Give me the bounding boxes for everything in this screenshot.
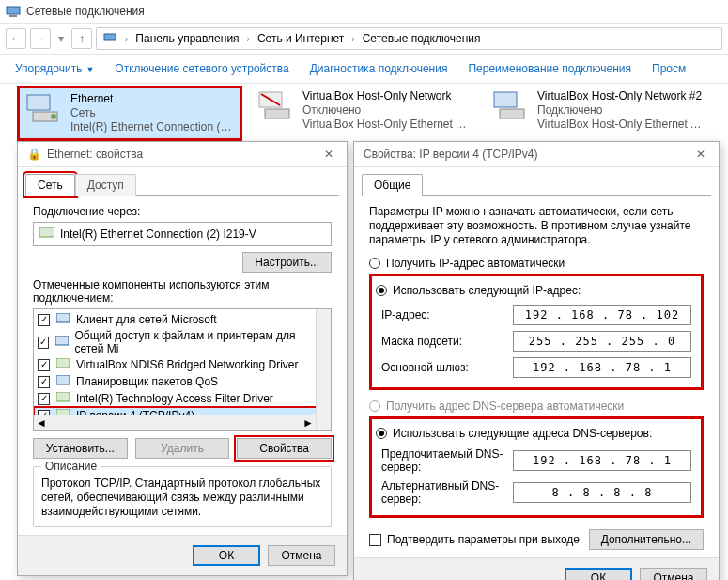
qos-icon: [55, 374, 70, 389]
gateway-label: Основной шлюз:: [381, 361, 513, 374]
validate-on-exit-checkbox[interactable]: Подтвердить параметры при выходе: [369, 533, 580, 546]
checkbox-icon[interactable]: ✓: [38, 314, 50, 326]
description-text: Протокол TCP/IP. Стандартный протокол гл…: [41, 477, 323, 519]
checkbox-icon[interactable]: ✓: [38, 376, 50, 388]
connection-name: VirtualBox Host-Only Network: [302, 89, 472, 103]
ipv4-properties-dialog: Свойства: IP версии 4 (TCP/IPv4) ✕ Общие…: [353, 141, 720, 580]
connection-status: Подключено: [537, 103, 706, 118]
connection-status: Сеть: [70, 106, 234, 120]
vertical-scrollbar[interactable]: [316, 309, 331, 430]
use-dns-radio[interactable]: Использовать следующие адреса DNS-сервер…: [376, 427, 697, 440]
properties-button[interactable]: Свойства: [237, 438, 332, 459]
network-icon: [6, 4, 21, 19]
window-title: Сетевые подключения: [26, 5, 145, 18]
description-group-title: Описание: [41, 460, 101, 473]
share-icon: [54, 335, 69, 350]
svg-rect-9: [494, 92, 517, 107]
svg-rect-12: [56, 313, 70, 322]
component-item[interactable]: ✓ Клиент для сетей Microsoft: [34, 311, 331, 328]
preferred-dns-input[interactable]: 192 . 168 . 78 . 1: [513, 450, 691, 471]
cancel-button[interactable]: Отмена: [268, 545, 335, 566]
close-button[interactable]: ✕: [320, 148, 337, 161]
adapter-field: Intel(R) Ethernet Connection (2) I219-V: [33, 222, 332, 246]
svg-rect-2: [104, 34, 116, 40]
components-list[interactable]: ✓ Клиент для сетей Microsoft ✓ Общий дос…: [33, 308, 332, 431]
install-button[interactable]: Установить...: [33, 438, 128, 459]
manual-ip-section: Использовать следующий IP-адрес: IP-адре…: [369, 274, 704, 390]
rename-cmd[interactable]: Переименование подключения: [468, 62, 631, 75]
ethernet-adapter-icon: [492, 89, 530, 123]
checkbox-icon: [369, 534, 381, 546]
chevron-right-icon: ›: [351, 34, 354, 44]
svg-rect-15: [56, 375, 70, 384]
subnet-mask-input[interactable]: 255 . 255 . 255 . 0: [513, 331, 691, 352]
connect-using-label: Подключение через:: [33, 205, 332, 218]
svg-rect-14: [56, 358, 70, 368]
close-button[interactable]: ✕: [692, 148, 709, 161]
ip-label: IP-адрес:: [381, 308, 513, 321]
checkbox-icon[interactable]: ✓: [38, 337, 49, 349]
ip-address-input[interactable]: 192 . 168 . 78 . 102: [513, 305, 691, 325]
advanced-button[interactable]: Дополнительно...: [589, 529, 704, 550]
dns2-label: Альтернативный DNS-сервер:: [381, 479, 513, 506]
chevron-down-icon: ▼: [85, 65, 94, 74]
up-button[interactable]: ↑: [71, 28, 92, 49]
breadcrumb-item[interactable]: Панель управления: [135, 32, 239, 45]
disable-device-cmd[interactable]: Отключение сетевого устройства: [115, 62, 288, 75]
gateway-input[interactable]: 192 . 168 . 78 . 1: [513, 357, 691, 378]
radio-icon: [369, 258, 380, 269]
connection-item-vbox2[interactable]: VirtualBox Host-Only Network #2 Подключе…: [487, 86, 712, 141]
window-titlebar: Сетевые подключения: [0, 0, 728, 24]
address-bar[interactable]: › Панель управления › Сеть и Интернет › …: [96, 27, 722, 50]
configure-button[interactable]: Настроить...: [242, 252, 332, 273]
cancel-button[interactable]: Отмена: [640, 568, 707, 580]
chevron-right-icon: ›: [125, 34, 128, 44]
component-item[interactable]: ✓ Планировщик пакетов QoS: [34, 373, 331, 390]
dialog-title: Ethernet: свойства: [47, 148, 143, 161]
svg-point-5: [51, 114, 56, 119]
svg-rect-13: [55, 336, 69, 345]
svg-rect-10: [500, 109, 524, 118]
component-item[interactable]: ✓ Общий доступ к файлам и принтерам для …: [34, 328, 331, 356]
connection-name: VirtualBox Host-Only Network #2: [537, 89, 706, 103]
tab-network[interactable]: Сеть: [25, 174, 75, 196]
view-cmd[interactable]: Просм: [652, 62, 686, 75]
driver-icon: [55, 357, 70, 372]
use-ip-radio[interactable]: Использовать следующий IP-адрес:: [376, 284, 697, 297]
nav-row: ← → ▾ ↑ › Панель управления › Сеть и Инт…: [0, 24, 728, 55]
tab-access[interactable]: Доступ: [75, 174, 136, 196]
connection-device: Intel(R) Ethernet Connection (2) I...: [70, 120, 234, 134]
ok-button[interactable]: ОК: [193, 545, 260, 566]
connection-device: VirtualBox Host-Only Ethernet Ad...: [302, 118, 472, 132]
ethernet-adapter-icon: [257, 89, 295, 123]
history-dropdown[interactable]: ▾: [54, 32, 68, 45]
svg-rect-1: [9, 15, 17, 17]
auto-ip-radio[interactable]: Получить IP-адрес автоматически: [369, 257, 704, 270]
diagnose-cmd[interactable]: Диагностика подключения: [310, 62, 448, 75]
checkbox-icon[interactable]: ✓: [38, 393, 50, 405]
component-item[interactable]: ✓ VirtualBox NDIS6 Bridged Networking Dr…: [34, 356, 331, 373]
checkbox-icon[interactable]: ✓: [38, 359, 50, 371]
component-item[interactable]: ✓ Intel(R) Technology Access Filter Driv…: [34, 390, 331, 407]
ethernet-adapter-icon: [25, 92, 63, 126]
breadcrumb-item[interactable]: Сеть и Интернет: [257, 32, 344, 45]
connection-item-vbox1[interactable]: VirtualBox Host-Only Network Отключено V…: [252, 86, 477, 141]
tab-general[interactable]: Общие: [362, 174, 423, 196]
filter-icon: [55, 391, 70, 406]
forward-button[interactable]: →: [30, 28, 51, 49]
chevron-right-icon: ›: [247, 34, 250, 44]
lock-icon: 🔒: [27, 148, 41, 161]
ok-button[interactable]: ОК: [565, 568, 632, 580]
connection-item-ethernet[interactable]: Ethernet Сеть Intel(R) Ethernet Connecti…: [17, 86, 242, 141]
radio-icon: [376, 428, 387, 439]
back-button[interactable]: ←: [6, 28, 26, 49]
alternate-dns-input[interactable]: 8 . 8 . 8 . 8: [513, 482, 691, 503]
organize-menu[interactable]: Упорядочить▼: [15, 62, 94, 75]
uninstall-button[interactable]: Удалить: [135, 438, 230, 459]
breadcrumb-item[interactable]: Сетевые подключения: [363, 32, 481, 45]
adapter-properties-dialog: 🔒 Ethernet: свойства ✕ Сеть Доступ Подкл…: [17, 141, 348, 576]
ipv4-intro-text: Параметры IP можно назначать автоматичес…: [369, 205, 704, 247]
horizontal-scrollbar[interactable]: ◄►: [34, 415, 316, 430]
client-icon: [55, 312, 70, 327]
svg-rect-11: [39, 227, 54, 237]
